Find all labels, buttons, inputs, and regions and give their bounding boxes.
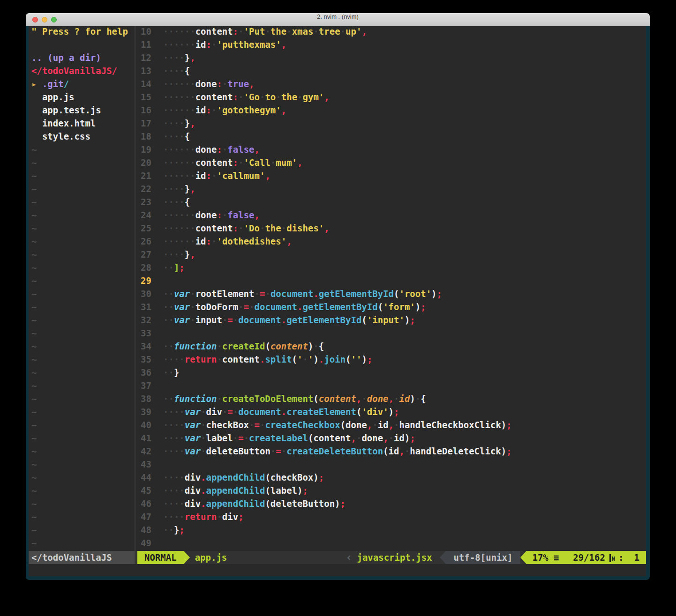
- code-line-42[interactable]: 42····var·deleteButton·=·createDeleteBut…: [135, 446, 646, 459]
- code-line-29[interactable]: 29: [135, 275, 646, 289]
- tree-item-text: " Press ? for help: [31, 26, 128, 37]
- empty-buffer-tilde: ~: [29, 275, 135, 289]
- code-line-46[interactable]: 46····div.appendChild(deleteButton);: [135, 498, 646, 512]
- code-text: ······done:·true,: [151, 79, 255, 92]
- line-number: 41: [135, 433, 151, 446]
- code-line-37[interactable]: 37: [135, 380, 646, 393]
- empty-buffer-tilde: ~: [29, 315, 135, 328]
- code-line-32[interactable]: 32··var·input·=·document.getElementById(…: [135, 315, 646, 328]
- code-line-31[interactable]: 31··var·toDoForm·=·document.getElementBy…: [135, 302, 646, 315]
- command-line[interactable]: [29, 564, 646, 576]
- code-line-25[interactable]: 25······content:·'Do·the·dishes',: [135, 223, 646, 236]
- zoom-button[interactable]: [51, 17, 57, 22]
- line-number: 40: [135, 420, 151, 433]
- line-number: 21: [135, 171, 151, 184]
- code-text: ····return·content.split('·').join('');: [151, 354, 372, 367]
- tree-item[interactable]: app.test.js: [29, 105, 135, 118]
- tree-item[interactable]: " Press ? for help: [29, 26, 135, 39]
- code-text: ······id:·'gotothegym',: [151, 105, 286, 118]
- code-line-30[interactable]: 30··var·rootElement·=·document.getElemen…: [135, 289, 646, 302]
- empty-buffer-tilde: ~: [29, 459, 135, 472]
- vim-area: " Press ? for help.. (up a dir)</todoVan…: [29, 26, 646, 576]
- code-text: ····{: [151, 197, 190, 210]
- code-line-13[interactable]: 13····{: [135, 66, 646, 79]
- code-line-33[interactable]: 33: [135, 328, 646, 341]
- code-text: [151, 275, 163, 289]
- code-line-20[interactable]: 20······content:·'Call·mum',: [135, 157, 646, 171]
- empty-buffer-tilde: ~: [29, 184, 135, 197]
- tree-item[interactable]: .. (up a dir): [29, 52, 135, 66]
- titlebar: 2. nvim . (nvim): [26, 13, 650, 26]
- tree-item[interactable]: </todoVanillaJS/: [29, 66, 135, 79]
- code-line-38[interactable]: 38··function·createToDoElement(content,·…: [135, 393, 646, 407]
- code-line-41[interactable]: 41····var·label·=·createLabel(content,·d…: [135, 433, 646, 446]
- code-line-44[interactable]: 44····div.appendChild(checkBox);: [135, 472, 646, 485]
- code-line-15[interactable]: 15······content:·'Go·to·the·gym',: [135, 92, 646, 105]
- position-segment: 17% ≡ 29/162 N : 1: [526, 551, 646, 564]
- code-text: ··};: [151, 525, 185, 538]
- code-line-24[interactable]: 24······done:·false,: [135, 210, 646, 223]
- code-line-21[interactable]: 21······id:·'callmum',: [135, 171, 646, 184]
- code-line-43[interactable]: 43: [135, 459, 646, 472]
- traffic-lights: [32, 13, 57, 26]
- code-line-45[interactable]: 45····div.appendChild(label);: [135, 485, 646, 498]
- tree-item[interactable]: index.html: [29, 118, 135, 131]
- code-line-35[interactable]: 35····return·content.split('·').join('')…: [135, 354, 646, 367]
- code-line-48[interactable]: 48··};: [135, 525, 646, 538]
- line-number: 15: [135, 92, 151, 105]
- code-line-26[interactable]: 26······id:·'dothedishes',: [135, 236, 646, 249]
- tree-item-text: </todoVanillaJS/: [31, 66, 117, 76]
- tree-item-text: .. (up a dir): [31, 52, 101, 63]
- empty-buffer-tilde: ~: [29, 498, 135, 512]
- code-line-17[interactable]: 17····},: [135, 118, 646, 131]
- code-text: ··var·rootElement·=·document.getElementB…: [151, 289, 442, 302]
- code-line-14[interactable]: 14······done:·true,: [135, 79, 646, 92]
- code-text: ····},: [151, 184, 195, 197]
- empty-buffer-tilde: ~: [29, 144, 135, 157]
- close-button[interactable]: [32, 17, 38, 22]
- code-line-19[interactable]: 19······done:·false,: [135, 144, 646, 157]
- powerline-arrow-right-icon: [184, 551, 190, 564]
- line-number: 11: [135, 39, 151, 52]
- code-line-34[interactable]: 34··function·createId(content)·{: [135, 341, 646, 354]
- line-number: 46: [135, 498, 151, 512]
- code-line-47[interactable]: 47····return·div;: [135, 512, 646, 525]
- code-text: ····div.appendChild(deleteButton);: [151, 498, 346, 512]
- tree-item-text: app.test.js: [31, 105, 101, 115]
- empty-buffer-tilde: ~: [29, 433, 135, 446]
- code-line-27[interactable]: 27····},: [135, 249, 646, 262]
- mode-indicator: NORMAL: [137, 551, 184, 564]
- code-line-28[interactable]: 28··];: [135, 262, 646, 275]
- code-text: ······done:·false,: [151, 144, 260, 157]
- line-number: 18: [135, 131, 151, 144]
- code-line-49[interactable]: 49: [135, 538, 646, 551]
- code-line-23[interactable]: 23····{: [135, 197, 646, 210]
- tree-item[interactable]: ▸ .git/: [29, 79, 135, 92]
- line-number: 19: [135, 144, 151, 157]
- tree-item[interactable]: style.css: [29, 131, 135, 144]
- code-line-10[interactable]: 10······content:·'Put·the·xmas·tree·up',: [135, 26, 646, 39]
- code-line-40[interactable]: 40····var·checkBox·=·createCheckbox(done…: [135, 420, 646, 433]
- line-number: 44: [135, 472, 151, 485]
- line-number: 22: [135, 184, 151, 197]
- line-number: 31: [135, 302, 151, 315]
- line-number: 38: [135, 393, 151, 407]
- code-text: ······done:·false,: [151, 210, 260, 223]
- line-number: 12: [135, 52, 151, 66]
- tree-item[interactable]: app.js: [29, 92, 135, 105]
- code-line-22[interactable]: 22····},: [135, 184, 646, 197]
- code-text: ······id:·'dothedishes',: [151, 236, 292, 249]
- code-line-11[interactable]: 11······id:·'putthexmas',: [135, 39, 646, 52]
- minimize-button[interactable]: [42, 17, 47, 22]
- empty-buffer-tilde: ~: [29, 302, 135, 315]
- code-line-18[interactable]: 18····{: [135, 131, 646, 144]
- line-number: 35: [135, 354, 151, 367]
- code-line-16[interactable]: 16······id:·'gotothegym',: [135, 105, 646, 118]
- code-line-36[interactable]: 36··}: [135, 367, 646, 380]
- empty-buffer-tilde: ~: [29, 367, 135, 380]
- filetype-label: javascript.jsx: [357, 551, 432, 564]
- line-number: 25: [135, 223, 151, 236]
- code-line-12[interactable]: 12····},: [135, 52, 646, 66]
- line-number: 17: [135, 118, 151, 131]
- code-line-39[interactable]: 39····var·div·=·document.createElement('…: [135, 407, 646, 420]
